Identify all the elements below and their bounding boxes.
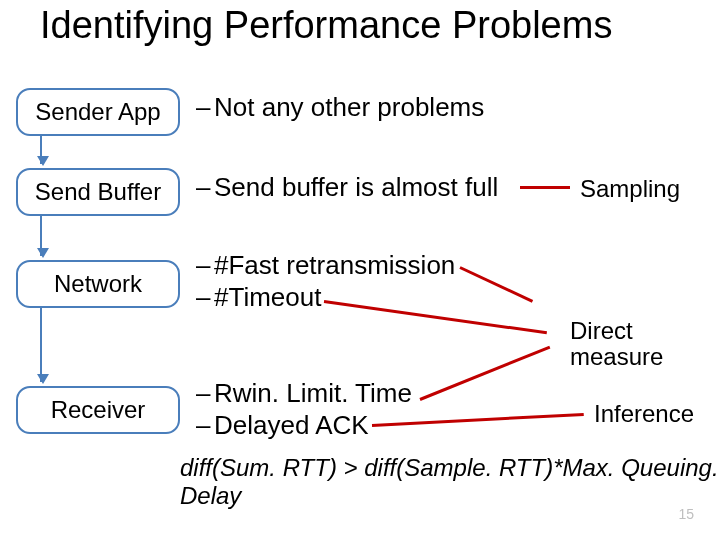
connector-line-icon xyxy=(324,300,547,334)
bullet-text: Rwin. Limit. Time xyxy=(214,378,412,408)
box-label: Receiver xyxy=(51,396,146,424)
arrow-down-icon xyxy=(40,134,42,164)
connector-line-icon xyxy=(419,346,550,401)
label-inference: Inference xyxy=(594,400,694,428)
box-send-buffer: Send Buffer xyxy=(16,168,180,216)
arrow-down-icon xyxy=(40,306,42,382)
box-network: Network xyxy=(16,260,180,308)
connector-line-icon xyxy=(520,186,570,189)
connector-line-icon xyxy=(459,266,533,303)
formula-text: diff(Sum. RTT) > diff(Sample. RTT)*Max. … xyxy=(180,454,720,510)
page-number: 15 xyxy=(678,506,694,522)
bullet-receiver-ack: –Delayed ACK xyxy=(196,410,369,441)
box-sender-app: Sender App xyxy=(16,88,180,136)
label-direct-measure: Direct measure xyxy=(570,318,663,371)
bullet-network-timeout: –#Timeout xyxy=(196,282,321,313)
bullet-text: Delayed ACK xyxy=(214,410,369,440)
box-label: Send Buffer xyxy=(35,178,161,206)
bullet-text: #Timeout xyxy=(214,282,321,312)
bullet-sender-app: –Not any other problems xyxy=(196,92,484,123)
slide: { "title": "Identifying Performance Prob… xyxy=(0,0,720,540)
box-receiver: Receiver xyxy=(16,386,180,434)
bullet-receiver-rwin: –Rwin. Limit. Time xyxy=(196,378,412,409)
slide-title: Identifying Performance Problems xyxy=(40,4,612,47)
label-text: Direct xyxy=(570,317,633,344)
label-sampling: Sampling xyxy=(580,175,680,203)
label-text: measure xyxy=(570,343,663,370)
bullet-network-fast: –#Fast retransmission xyxy=(196,250,455,281)
bullet-text: #Fast retransmission xyxy=(214,250,455,280)
bullet-send-buffer: –Send buffer is almost full xyxy=(196,172,498,203)
box-label: Sender App xyxy=(35,98,160,126)
connector-line-icon xyxy=(372,413,584,427)
box-label: Network xyxy=(54,270,142,298)
arrow-down-icon xyxy=(40,214,42,256)
bullet-text: Send buffer is almost full xyxy=(214,172,498,202)
bullet-text: Not any other problems xyxy=(214,92,484,122)
